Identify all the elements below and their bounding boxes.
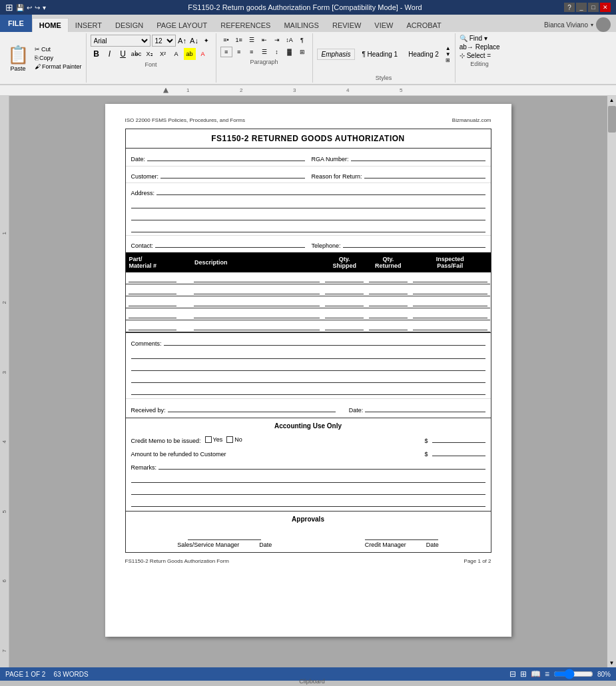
received-by-label: Received by: bbox=[131, 407, 166, 414]
tab-references[interactable]: REFERENCES bbox=[214, 19, 277, 32]
tab-page-layout[interactable]: PAGE LAYOUT bbox=[150, 19, 214, 32]
style-emphasis[interactable]: Emphasis bbox=[317, 49, 356, 60]
replace-icon: ab→ bbox=[460, 43, 473, 51]
tab-insert[interactable]: INSERT bbox=[69, 19, 109, 32]
align-center-button[interactable]: ≡ bbox=[233, 47, 245, 57]
tab-file[interactable]: FILE bbox=[0, 15, 32, 32]
scrollbar-vertical[interactable]: ▲ ▼ bbox=[607, 96, 616, 667]
contact-label: Contact: bbox=[131, 242, 154, 249]
align-left-button[interactable]: ≡ bbox=[220, 47, 232, 57]
comments-section: Comments: bbox=[126, 332, 491, 399]
clipboard-label: Clipboard bbox=[4, 677, 616, 685]
user-dropdown-icon[interactable]: ▾ bbox=[591, 22, 593, 28]
decrease-indent-button[interactable]: ⇤ bbox=[258, 35, 270, 45]
page-header: ISO 22000 FSMS Policies, Procedures, and… bbox=[125, 117, 491, 123]
italic-button[interactable]: I bbox=[104, 48, 116, 60]
para-row1: ≡• 1≡ ☰ ⇤ ⇥ ↕A ¶ bbox=[220, 35, 308, 45]
date2-label: Date: bbox=[349, 407, 364, 414]
user-info: Bianca Viviano ▾ bbox=[544, 17, 616, 32]
minimize-button[interactable]: _ bbox=[576, 3, 587, 12]
copy-button[interactable]: ⎘Copy bbox=[33, 54, 83, 62]
date-rga-row: Date: RGA Number: bbox=[126, 149, 491, 167]
font-color-button[interactable]: A bbox=[197, 48, 209, 60]
tab-view[interactable]: VIEW bbox=[368, 19, 400, 32]
no-label: No bbox=[234, 436, 242, 443]
text-effects-button[interactable]: A bbox=[170, 48, 182, 60]
paste-label: Paste bbox=[10, 65, 25, 72]
dollar-sign-2: $ bbox=[424, 451, 428, 458]
yes-checkbox-field: Yes bbox=[205, 436, 223, 443]
underline-button[interactable]: U bbox=[117, 48, 129, 60]
tab-acrobat[interactable]: ACROBAT bbox=[400, 19, 448, 32]
close-button[interactable]: ✕ bbox=[600, 3, 611, 12]
ruler: 1 2 3 4 5 bbox=[0, 85, 616, 96]
credit-memo-row: Credit Memo to be issued: Yes No $ bbox=[131, 434, 485, 444]
align-right-button[interactable]: ≡ bbox=[246, 47, 258, 57]
comments-label: Comments: bbox=[131, 340, 162, 347]
sales-date-label: Date bbox=[259, 541, 272, 548]
show-marks-button[interactable]: ¶ bbox=[296, 35, 308, 45]
address-section: Address: bbox=[126, 183, 491, 236]
replace-button[interactable]: ab→ Replace bbox=[460, 43, 500, 51]
th-description: Description bbox=[191, 253, 322, 272]
strikethrough-button[interactable]: ab̶c bbox=[131, 48, 143, 60]
tab-design[interactable]: DESIGN bbox=[109, 19, 150, 32]
bullets-button[interactable]: ≡• bbox=[220, 35, 232, 45]
styles-scroll-buttons[interactable]: ▲ ▼ ⊞ bbox=[446, 45, 451, 63]
restore-button[interactable]: □ bbox=[588, 3, 599, 12]
form-container: FS1150-2 RETURNED GOODS AUTHORIZATION Da… bbox=[125, 129, 491, 553]
no-checkbox[interactable] bbox=[226, 436, 233, 443]
style-heading1[interactable]: ¶ Heading 1 bbox=[358, 49, 402, 59]
styles-group: Emphasis ¶ Heading 1 Heading 2 ▲ ▼ ⊞ Sty… bbox=[313, 33, 456, 83]
numbering-button[interactable]: 1≡ bbox=[233, 35, 245, 45]
avatar bbox=[596, 17, 611, 32]
ruler-tick-2: 2 bbox=[240, 87, 242, 93]
superscript-button[interactable]: X² bbox=[157, 48, 169, 60]
accounting-title: Accounting Use Only bbox=[131, 422, 485, 430]
multilevel-button[interactable]: ☰ bbox=[246, 35, 258, 45]
borders-button[interactable]: ⊞ bbox=[296, 47, 308, 57]
yes-checkbox[interactable] bbox=[205, 436, 212, 443]
justify-button[interactable]: ☰ bbox=[258, 47, 270, 57]
tab-home[interactable]: HOME bbox=[32, 18, 69, 32]
increase-indent-button[interactable]: ⇥ bbox=[271, 35, 283, 45]
scroll-down-button[interactable]: ▼ bbox=[608, 659, 616, 667]
format-painter-button[interactable]: 🖌Format Painter bbox=[33, 63, 83, 71]
scroll-thumb[interactable] bbox=[608, 106, 616, 133]
shading-button[interactable]: ▓ bbox=[284, 47, 296, 57]
subscript-button[interactable]: X₂ bbox=[144, 48, 156, 60]
highlight-button[interactable]: ab bbox=[184, 48, 196, 60]
font-shrink-button[interactable]: A↓ bbox=[189, 35, 200, 46]
credit-date-label: Date bbox=[426, 541, 439, 548]
sort-button[interactable]: ↕A bbox=[284, 35, 296, 45]
style-heading2[interactable]: Heading 2 bbox=[404, 49, 443, 59]
clear-format-button[interactable]: ✦ bbox=[201, 35, 212, 46]
select-button[interactable]: ⊹ Select = bbox=[460, 52, 500, 59]
approvals-section: Approvals Sales/Service Manager Date bbox=[126, 511, 491, 552]
paste-button[interactable]: 📋 Paste bbox=[4, 43, 32, 74]
rga-field: RGA Number: bbox=[312, 152, 485, 163]
footer-left: FS1150-2 Return Goods Authorization Form bbox=[125, 558, 230, 564]
contact-field: Contact: bbox=[131, 238, 305, 249]
tab-review[interactable]: REVIEW bbox=[326, 19, 368, 32]
line-spacing-button[interactable]: ↕ bbox=[271, 47, 283, 57]
address-field: Address: bbox=[131, 186, 485, 196]
font-row1: Arial 12 A↑ A↓ ✦ bbox=[91, 35, 212, 47]
approval-credit: Credit Manager Date bbox=[365, 529, 439, 548]
find-button[interactable]: 🔍 Find ▾ bbox=[460, 35, 500, 42]
scroll-up-button[interactable]: ▲ bbox=[608, 96, 616, 105]
help-button[interactable]: ? bbox=[564, 3, 575, 12]
font-size-select[interactable]: 12 bbox=[152, 35, 176, 47]
paragraph-group-label: Paragraph bbox=[220, 59, 308, 65]
clipboard-group: 📋 Paste ✂Cut ⎘Copy 🖌Format Painter Clipb… bbox=[1, 33, 87, 83]
cut-button[interactable]: ✂Cut bbox=[33, 45, 83, 53]
tab-mailings[interactable]: MAILINGS bbox=[277, 19, 326, 32]
page-container: ISO 22000 FSMS Policies, Procedures, and… bbox=[9, 96, 607, 667]
bold-button[interactable]: B bbox=[91, 48, 103, 60]
no-checkbox-field: No bbox=[226, 436, 242, 443]
table-row bbox=[126, 284, 490, 296]
customer-label: Customer: bbox=[131, 173, 159, 180]
font-name-select[interactable]: Arial bbox=[91, 35, 151, 47]
approval-sales: Sales/Service Manager Date bbox=[177, 529, 272, 548]
font-grow-button[interactable]: A↑ bbox=[177, 35, 188, 46]
